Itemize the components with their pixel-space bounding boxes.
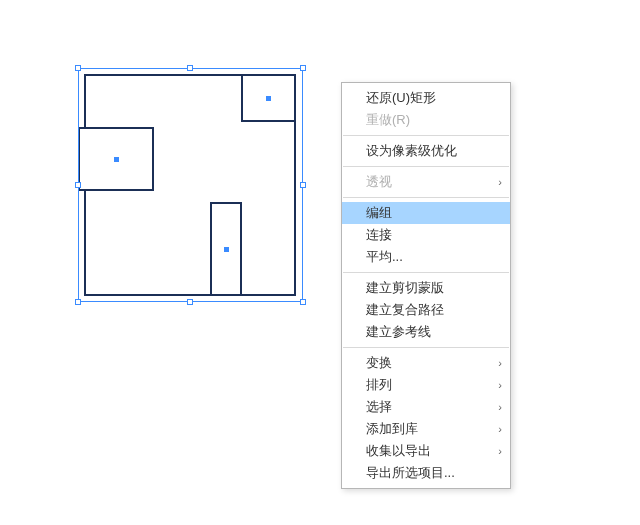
anchor-vertical-center — [224, 247, 229, 252]
menu-make-guides[interactable]: 建立参考线 — [342, 321, 510, 343]
chevron-right-icon: › — [498, 418, 502, 440]
chevron-right-icon: › — [498, 396, 502, 418]
selection-handle-sw[interactable] — [75, 299, 81, 305]
menu-arrange[interactable]: 排列 › — [342, 374, 510, 396]
menu-select-label: 选择 — [366, 399, 392, 414]
menu-group[interactable]: 编组 — [342, 202, 510, 224]
menu-make-compound-path[interactable]: 建立复合路径 — [342, 299, 510, 321]
selection-handle-nw[interactable] — [75, 65, 81, 71]
menu-separator — [343, 197, 509, 198]
menu-make-clipping-mask-label: 建立剪切蒙版 — [366, 280, 444, 295]
chevron-right-icon: › — [498, 374, 502, 396]
menu-separator — [343, 135, 509, 136]
menu-average-label: 平均... — [366, 249, 403, 264]
menu-join[interactable]: 连接 — [342, 224, 510, 246]
selection-handle-ne[interactable] — [300, 65, 306, 71]
selection-handle-s[interactable] — [187, 299, 193, 305]
menu-export-selection[interactable]: 导出所选项目... — [342, 462, 510, 484]
design-canvas[interactable] — [0, 0, 640, 525]
menu-join-label: 连接 — [366, 227, 392, 242]
menu-separator — [343, 347, 509, 348]
menu-redo-label: 重做(R) — [366, 112, 410, 127]
menu-perspective: 透视 › — [342, 171, 510, 193]
menu-add-to-library-label: 添加到库 — [366, 421, 418, 436]
selection-handle-w[interactable] — [75, 182, 81, 188]
selection-handle-n[interactable] — [187, 65, 193, 71]
menu-select[interactable]: 选择 › — [342, 396, 510, 418]
menu-make-guides-label: 建立参考线 — [366, 324, 431, 339]
menu-export-selection-label: 导出所选项目... — [366, 465, 455, 480]
selection-bounding-box — [78, 68, 303, 302]
anchor-left-square-center — [114, 157, 119, 162]
menu-make-compound-path-label: 建立复合路径 — [366, 302, 444, 317]
menu-pixel-perfect-label: 设为像素级优化 — [366, 143, 457, 158]
menu-separator — [343, 166, 509, 167]
context-menu[interactable]: 还原(U)矩形 重做(R) 设为像素级优化 透视 › 编组 连接 平均... 建… — [341, 82, 511, 489]
menu-collect-for-export-label: 收集以导出 — [366, 443, 431, 458]
anchor-top-right-center — [266, 96, 271, 101]
menu-make-clipping-mask[interactable]: 建立剪切蒙版 — [342, 277, 510, 299]
menu-undo[interactable]: 还原(U)矩形 — [342, 87, 510, 109]
menu-redo: 重做(R) — [342, 109, 510, 131]
menu-collect-for-export[interactable]: 收集以导出 › — [342, 440, 510, 462]
menu-perspective-label: 透视 — [366, 174, 392, 189]
chevron-right-icon: › — [498, 352, 502, 374]
menu-separator — [343, 272, 509, 273]
menu-arrange-label: 排列 — [366, 377, 392, 392]
menu-average[interactable]: 平均... — [342, 246, 510, 268]
menu-undo-label: 还原(U)矩形 — [366, 90, 436, 105]
selection-handle-e[interactable] — [300, 182, 306, 188]
chevron-right-icon: › — [498, 171, 502, 193]
menu-transform[interactable]: 变换 › — [342, 352, 510, 374]
menu-group-label: 编组 — [366, 205, 392, 220]
selection-handle-se[interactable] — [300, 299, 306, 305]
menu-pixel-perfect[interactable]: 设为像素级优化 — [342, 140, 510, 162]
menu-transform-label: 变换 — [366, 355, 392, 370]
menu-add-to-library[interactable]: 添加到库 › — [342, 418, 510, 440]
chevron-right-icon: › — [498, 440, 502, 462]
